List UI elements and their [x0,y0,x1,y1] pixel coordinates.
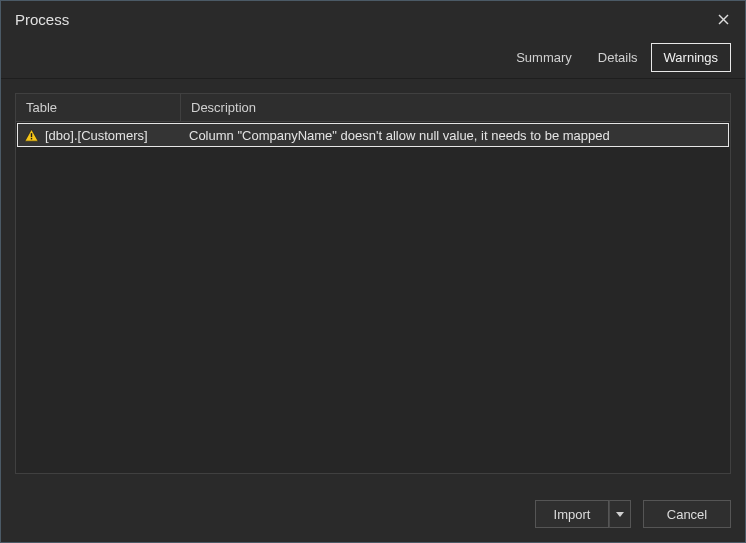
close-icon [718,14,729,25]
import-button[interactable]: Import [535,500,609,528]
tab-summary[interactable]: Summary [503,43,585,72]
title-bar: Process [1,1,745,37]
import-split-button: Import [535,500,631,528]
grid-header: Table Description [16,94,730,122]
table-row[interactable]: [dbo].[Customers] Column "CompanyName" d… [17,123,729,147]
warnings-grid: Table Description [dbo].[Customers] Colu… [15,93,731,474]
import-dropdown-button[interactable] [609,500,631,528]
cancel-button[interactable]: Cancel [643,500,731,528]
window-title: Process [15,11,711,28]
chevron-down-icon [616,512,624,517]
grid-body: [dbo].[Customers] Column "CompanyName" d… [16,122,730,473]
cell-description-text: Column "CompanyName" doesn't allow null … [189,128,610,143]
content-area: Table Description [dbo].[Customers] Colu… [1,79,745,488]
svg-marker-5 [616,512,624,517]
dialog-footer: Import Cancel [1,488,745,542]
svg-rect-3 [31,133,32,137]
tab-warnings[interactable]: Warnings [651,43,731,72]
cell-table-text: [dbo].[Customers] [45,128,148,143]
tab-details[interactable]: Details [585,43,651,72]
column-header-table[interactable]: Table [16,94,181,121]
column-header-description[interactable]: Description [181,94,730,121]
tab-bar: Summary Details Warnings [1,37,745,79]
cell-description: Column "CompanyName" doesn't allow null … [183,125,728,146]
warning-icon [24,128,39,143]
close-button[interactable] [711,7,735,31]
svg-rect-4 [31,137,32,139]
process-dialog: Process Summary Details Warnings Table D… [0,0,746,543]
cell-table: [dbo].[Customers] [18,125,183,146]
